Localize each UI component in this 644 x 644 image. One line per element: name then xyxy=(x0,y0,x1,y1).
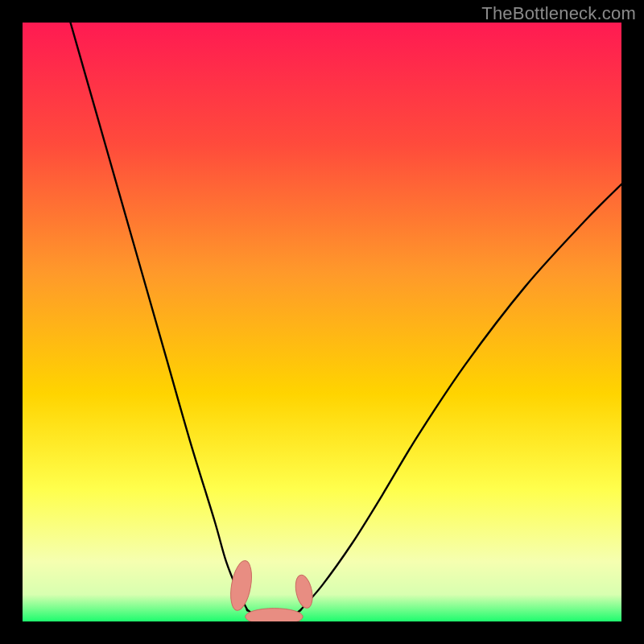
bottom-blob xyxy=(246,609,303,621)
watermark-text: TheBottleneck.com xyxy=(481,3,636,24)
outer-frame: TheBottleneck.com xyxy=(0,0,644,644)
right-cluster xyxy=(293,573,316,609)
left-cluster xyxy=(227,559,254,613)
bottleneck-curve xyxy=(71,23,621,619)
plot-area xyxy=(23,23,621,621)
curve-layer xyxy=(23,23,621,621)
